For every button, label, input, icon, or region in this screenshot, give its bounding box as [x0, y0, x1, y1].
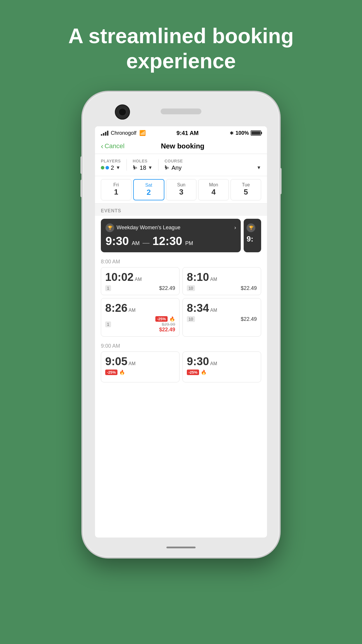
- course-value-row: ⛷ Any ▼: [164, 164, 261, 171]
- phone-camera: [115, 104, 130, 120]
- slot-time-row: 9:30 AM: [187, 355, 257, 368]
- phone-speaker: [161, 108, 201, 114]
- slot-810[interactable]: 8:10 AM 10 $22.49: [182, 267, 261, 295]
- slot-1002[interactable]: 10:02 AM 1 $22.49: [101, 267, 180, 295]
- event-times: 9:30 AM — 12:30 PM: [106, 235, 236, 248]
- slot-time-row: 8:26 AM: [105, 302, 175, 314]
- bluetooth-icon: ∗: [229, 130, 234, 136]
- date-tabs: Fri 1 Sat 2 Sun 3 Mon 4 Tue 5: [95, 176, 267, 204]
- battery-percent: 100%: [236, 130, 249, 136]
- events-list: 🏆 Weekday Women's League › 9:30 AM — 12:…: [95, 216, 267, 255]
- event-title-row: 🏆 Weekday Women's League: [106, 223, 180, 232]
- slot-bottom: 10 $22.49: [187, 316, 257, 322]
- event-card-main[interactable]: 🏆 Weekday Women's League › 9:30 AM — 12:…: [101, 219, 241, 252]
- events-label: EVENTS: [101, 208, 121, 213]
- cancel-button[interactable]: ‹ Cancel: [101, 142, 124, 151]
- player-dot-1: [101, 166, 104, 169]
- slot-826[interactable]: 8:26 AM 1 -25% 🔥 $29.99 $22.49: [101, 298, 180, 337]
- slot-content: 9:30 AM -25% 🔥: [187, 355, 257, 379]
- slot-time-big: 8:26: [105, 302, 127, 314]
- slot-period: AM: [210, 308, 217, 313]
- slot-price-block: -25% 🔥 $29.99 $22.49: [155, 316, 175, 333]
- event-name: Weekday Women's League: [117, 225, 180, 231]
- back-chevron-icon: ‹: [101, 142, 103, 151]
- battery-fill: [252, 131, 260, 135]
- phone-device: Chronogolf 📶 9:41 AM ∗ 100% ‹ Cancel New…: [82, 91, 280, 558]
- event-card-header: 🏆 Weekday Women's League ›: [106, 223, 236, 232]
- slot-time-big: 8:34: [187, 302, 209, 314]
- holes-count: 18: [140, 164, 146, 171]
- trophy-icon-partial: 🏆: [247, 223, 255, 232]
- vol-down-button: [80, 180, 83, 197]
- date-day-tue: Tue: [242, 182, 250, 188]
- course-filter[interactable]: COURSE ⛷ Any ▼: [164, 159, 261, 171]
- slot-time-row: 8:34 AM: [187, 302, 257, 314]
- players-filter[interactable]: PLAYERS 2 ▼: [101, 159, 121, 171]
- battery-indicator: [251, 130, 261, 136]
- signal-bar-3: [105, 132, 106, 136]
- slot-time-big: 8:10: [187, 271, 209, 284]
- discount-badge: -25%: [155, 316, 168, 322]
- discount-row: -25% 🔥: [155, 316, 175, 322]
- holes-filter[interactable]: HOLES ⛷ 18 ▼: [133, 159, 152, 171]
- slot-834[interactable]: 8:34 AM 10 $22.49: [182, 298, 261, 337]
- golf-pin-icon: ⛷: [133, 165, 138, 171]
- discount-badge: -25%: [187, 370, 199, 375]
- status-left: Chronogolf 📶: [101, 130, 146, 136]
- date-tab-tue[interactable]: Tue 5: [231, 179, 261, 200]
- slot-price: $22.49: [241, 285, 257, 291]
- power-button: [279, 168, 282, 194]
- filter-divider-1: [126, 159, 127, 171]
- holes-label: HOLES: [133, 159, 152, 163]
- player-dot-2: [106, 166, 109, 169]
- slot-holes: 10: [187, 316, 195, 322]
- date-tab-mon[interactable]: Mon 4: [198, 179, 229, 200]
- slot-left: 1: [105, 321, 111, 327]
- date-day-mon: Mon: [209, 182, 218, 188]
- back-label: Cancel: [105, 142, 124, 150]
- original-price: $29.99: [162, 322, 175, 327]
- slot-time-big: 9:30: [187, 355, 209, 368]
- navigation-bar: ‹ Cancel New booking: [95, 139, 267, 154]
- slot-time-big: 9:05: [105, 355, 127, 368]
- date-tab-sun[interactable]: Sun 3: [166, 179, 197, 200]
- date-num-fri: 1: [114, 188, 118, 197]
- signal-bar-4: [107, 131, 108, 136]
- date-num-tue: 5: [244, 188, 248, 197]
- trophy-icon: 🏆: [106, 223, 114, 232]
- slot-holes: 10: [187, 285, 195, 291]
- slot-905[interactable]: 9:05 AM -25% 🔥: [101, 351, 180, 382]
- sale-price: $22.49: [159, 327, 175, 333]
- events-section-header: EVENTS: [95, 204, 267, 216]
- slot-period: AM: [129, 308, 136, 313]
- slot-period: AM: [210, 277, 217, 282]
- slot-period: AM: [135, 277, 142, 282]
- status-bar: Chronogolf 📶 9:41 AM ∗ 100%: [95, 126, 267, 139]
- date-tab-sat[interactable]: Sat 2: [133, 179, 164, 200]
- event-dash: —: [143, 239, 150, 247]
- carrier-name: Chronogolf: [111, 130, 136, 136]
- slot-time-row: 8:10 AM: [187, 271, 257, 284]
- slot-period: AM: [210, 361, 217, 366]
- slot-content: 9:05 AM -25% 🔥: [105, 355, 175, 379]
- slot-time-row: 9:05 AM: [105, 355, 175, 368]
- status-right: ∗ 100%: [229, 130, 261, 136]
- players-value-row: 2 ▼: [101, 164, 121, 171]
- filters-row: PLAYERS 2 ▼ HOLES ⛷ 18 ▼: [95, 154, 267, 176]
- fire-icon: 🔥: [201, 370, 207, 375]
- course-dropdown-icon: ▼: [256, 165, 261, 170]
- page-title: New booking: [124, 142, 241, 150]
- time-group-9am: 9:00 AM: [95, 340, 267, 351]
- players-label: PLAYERS: [101, 159, 121, 163]
- slot-price: $22.49: [159, 285, 175, 291]
- players-dots: [101, 166, 109, 169]
- hero-section: A streamlined booking experience: [64, 0, 298, 91]
- slot-930[interactable]: 9:30 AM -25% 🔥: [182, 351, 261, 382]
- event-card-partial[interactable]: 🏆 9:: [244, 219, 261, 252]
- signal-bar-1: [101, 134, 102, 136]
- time-group-8am-label: 8:00 AM: [101, 259, 120, 265]
- date-tab-fri[interactable]: Fri 1: [101, 179, 131, 200]
- holes-dropdown-icon: ▼: [148, 165, 153, 170]
- slot-price: $22.49: [241, 316, 257, 322]
- signal-bar-2: [103, 133, 104, 136]
